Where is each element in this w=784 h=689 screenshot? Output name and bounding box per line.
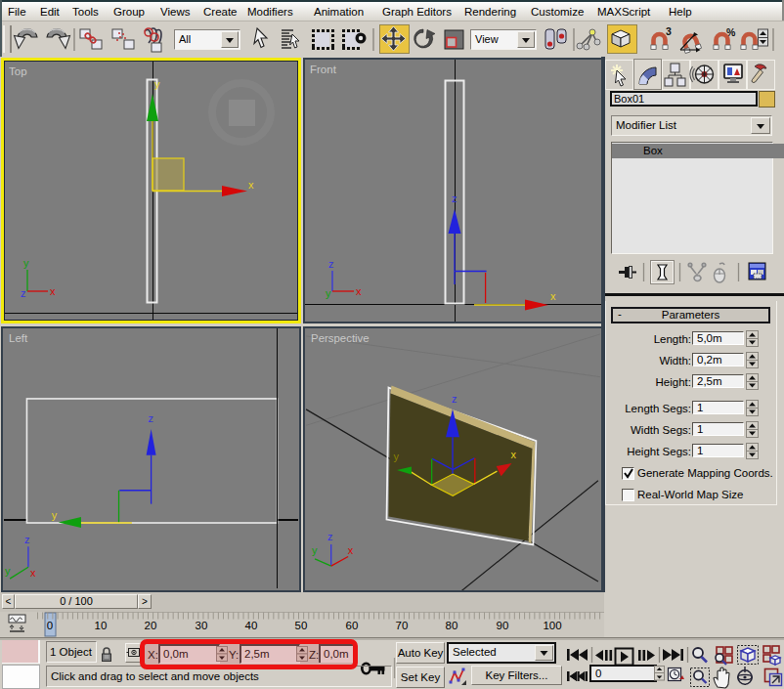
svg-text:40: 40 [245,620,258,631]
svg-text:x: x [356,285,362,297]
svg-text:70: 70 [396,620,409,631]
svg-text:x: x [348,544,354,556]
svg-text:Top: Top [9,65,27,77]
svg-text:x: x [550,290,556,302]
svg-text:Left: Left [9,332,28,344]
svg-text:y: y [326,287,331,299]
svg-text:90: 90 [497,620,509,631]
svg-text:x: x [30,567,36,579]
svg-text:20: 20 [145,620,157,631]
svg-text:80: 80 [446,620,458,631]
svg-text:100: 100 [543,620,561,631]
svg-text:z: z [452,393,457,405]
svg-text:z: z [327,531,332,542]
svg-text:z: z [452,193,457,204]
svg-text:60: 60 [346,620,359,631]
svg-text:y: y [23,257,29,269]
svg-text:z: z [328,258,334,270]
svg-text:30: 30 [196,620,208,631]
svg-text:x: x [511,449,517,460]
svg-text:%: % [726,26,736,38]
svg-text:z: z [24,534,29,545]
svg-text:3: 3 [666,25,672,37]
svg-text:z: z [149,412,153,424]
svg-text:Perspective: Perspective [311,332,370,344]
svg-text:Front: Front [310,64,337,75]
svg-text:y: y [312,544,318,556]
svg-text:10: 10 [95,620,108,631]
svg-text:z: z [21,287,26,299]
svg-text:y: y [5,565,11,577]
svg-text:50: 50 [295,620,308,631]
svg-text:y: y [154,78,160,90]
svg-text:x: x [50,285,56,297]
svg-text:0: 0 [47,620,53,631]
svg-text:y: y [52,509,58,521]
svg-text:x: x [248,179,254,191]
svg-text:y: y [393,451,399,462]
